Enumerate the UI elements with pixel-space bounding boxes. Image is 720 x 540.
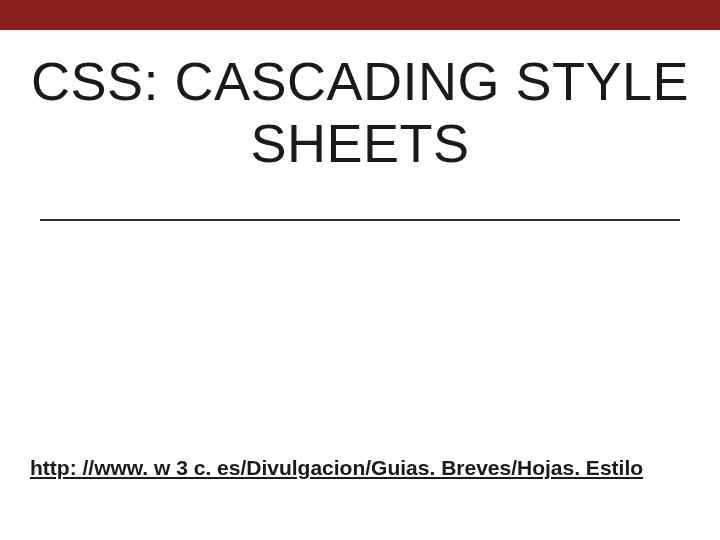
reference-link[interactable]: http: //www. w 3 c. es/Divulgacion/Guias… xyxy=(30,456,643,479)
horizontal-divider xyxy=(40,219,680,221)
divider-wrap xyxy=(30,219,690,221)
slide-title: CSS: CASCADING STYLE SHEETS xyxy=(30,50,690,174)
slide-container: CSS: CASCADING STYLE SHEETS http: //www.… xyxy=(0,0,720,540)
accent-top-bar xyxy=(0,0,720,30)
footer-link-area: http: //www. w 3 c. es/Divulgacion/Guias… xyxy=(30,456,690,480)
